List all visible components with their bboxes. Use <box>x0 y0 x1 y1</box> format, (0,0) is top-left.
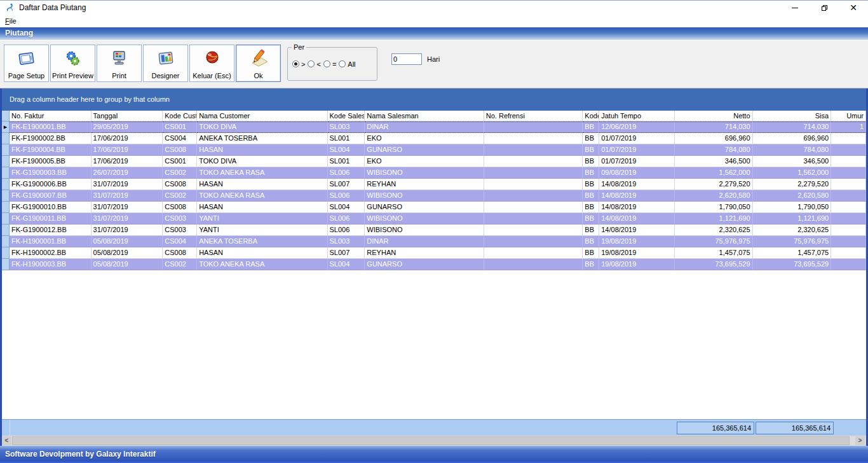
cell-nama_salesman[interactable]: WIBISONO <box>365 213 484 225</box>
cell-kode_customer[interactable]: CS001 <box>163 156 197 167</box>
cell-jatuh_tempo[interactable]: 19/08/2019 <box>599 247 675 259</box>
cell-tanggal[interactable]: 05/08/2019 <box>92 247 163 259</box>
cell-kode_sales[interactable]: SL007 <box>328 247 365 259</box>
cell-kode[interactable]: BB <box>583 259 599 270</box>
close-button[interactable]: ✕ <box>839 1 868 15</box>
cell-jatuh_tempo[interactable]: 09/08/2019 <box>599 167 675 179</box>
cell-umur[interactable] <box>831 259 866 270</box>
cell-netto[interactable]: 696,960 <box>675 133 753 144</box>
cell-faktur[interactable]: FK-E1900001.BB <box>10 121 92 133</box>
cell-no_refrensi[interactable] <box>484 259 583 270</box>
page-setup-button[interactable]: Page Setup <box>4 45 49 82</box>
cell-jatuh_tempo[interactable]: 01/07/2019 <box>599 144 675 156</box>
cell-jatuh_tempo[interactable]: 01/07/2019 <box>599 133 675 144</box>
cell-nama_customer[interactable]: YANTI <box>197 225 327 236</box>
column-header-faktur[interactable]: No. Faktur <box>10 111 92 121</box>
cell-netto[interactable]: 2,620,580 <box>675 190 753 202</box>
cell-nama_customer[interactable]: TOKO ANEKA RASA <box>197 259 327 270</box>
cell-jatuh_tempo[interactable]: 14/08/2019 <box>599 202 675 213</box>
cell-jatuh_tempo[interactable]: 01/07/2019 <box>599 156 675 167</box>
cell-kode[interactable]: BB <box>583 133 599 144</box>
cell-tanggal[interactable]: 31/07/2019 <box>92 190 163 202</box>
cell-kode_sales[interactable]: SL003 <box>328 121 365 133</box>
cell-netto[interactable]: 75,976,975 <box>675 236 753 247</box>
table-row[interactable]: FK-F1900005.BB17/06/2019CS001TOKO DIVASL… <box>2 156 866 167</box>
cell-nama_salesman[interactable]: WIBISONO <box>365 190 484 202</box>
minimize-button[interactable] <box>780 1 810 15</box>
designer-button[interactable]: Designer <box>143 45 188 82</box>
column-header-kode_customer[interactable]: Kode Custo <box>163 111 197 121</box>
cell-tanggal[interactable]: 31/07/2019 <box>92 225 163 236</box>
cell-kode[interactable]: BB <box>583 144 599 156</box>
cell-kode_sales[interactable]: SL004 <box>328 259 365 270</box>
cell-tanggal[interactable]: 17/06/2019 <box>92 156 163 167</box>
cell-sisa[interactable]: 346,500 <box>753 156 832 167</box>
cell-jatuh_tempo[interactable]: 12/06/2019 <box>599 121 675 133</box>
table-row[interactable]: FK-G1900003.BB26/07/2019CS002TOKO ANEKA … <box>2 167 866 179</box>
cell-nama_salesman[interactable]: DINAR <box>365 236 484 247</box>
radio-equals[interactable]: = <box>323 60 336 68</box>
cell-kode_customer[interactable]: CS002 <box>163 259 197 270</box>
cell-umur[interactable] <box>831 236 866 247</box>
cell-umur[interactable] <box>831 167 866 179</box>
column-header-sisa[interactable]: Sisa <box>753 111 832 121</box>
cell-faktur[interactable]: FK-G1900006.BB <box>10 179 92 190</box>
scroll-left-arrow[interactable]: < <box>2 436 11 445</box>
cell-netto[interactable]: 714,030 <box>675 121 753 133</box>
cell-umur[interactable] <box>831 247 866 259</box>
radio-greater-than[interactable]: > <box>292 60 305 68</box>
cell-kode_sales[interactable]: SL003 <box>328 236 365 247</box>
cell-no_refrensi[interactable] <box>484 236 583 247</box>
cell-umur[interactable]: 1 <box>831 121 866 133</box>
cell-netto[interactable]: 784,080 <box>675 144 753 156</box>
cell-nama_salesman[interactable]: GUNARSO <box>365 259 484 270</box>
cell-nama_customer[interactable]: HASAN <box>197 179 327 190</box>
cell-no_refrensi[interactable] <box>484 225 583 236</box>
table-row[interactable]: ▶FK-E1900001.BB29/05/2019CS001TOKO DIVAS… <box>2 121 866 133</box>
cell-sisa[interactable]: 1,790,050 <box>753 202 832 213</box>
cell-kode_customer[interactable]: CS008 <box>163 247 197 259</box>
cell-tanggal[interactable]: 31/07/2019 <box>92 202 163 213</box>
table-row[interactable]: FK-G1900006.BB31/07/2019CS008HASANSL007R… <box>2 179 866 190</box>
cell-tanggal[interactable]: 05/08/2019 <box>92 259 163 270</box>
radio-less-than[interactable]: < <box>308 60 320 68</box>
cell-umur[interactable] <box>831 202 866 213</box>
table-row[interactable]: FK-H1900001.BB05/08/2019CS004ANEKA TOSER… <box>2 236 866 247</box>
cell-kode_customer[interactable]: CS008 <box>163 179 197 190</box>
cell-netto[interactable]: 1,121,690 <box>675 213 753 225</box>
menu-file[interactable]: File <box>5 16 20 26</box>
cell-kode_customer[interactable]: CS001 <box>163 121 197 133</box>
cell-nama_customer[interactable]: TOKO ANEKA RASA <box>197 190 327 202</box>
cell-netto[interactable]: 2,279,520 <box>675 179 753 190</box>
cell-kode_customer[interactable]: CS004 <box>163 236 197 247</box>
cell-nama_salesman[interactable]: REYHAN <box>365 179 484 190</box>
cell-netto[interactable]: 346,500 <box>675 156 753 167</box>
cell-faktur[interactable]: FK-H1900001.BB <box>10 236 92 247</box>
cell-nama_salesman[interactable]: DINAR <box>365 121 484 133</box>
cell-kode_customer[interactable]: CS002 <box>163 190 197 202</box>
cell-tanggal[interactable]: 05/08/2019 <box>92 236 163 247</box>
cell-tanggal[interactable]: 26/07/2019 <box>92 167 163 179</box>
cell-no_refrensi[interactable] <box>484 213 583 225</box>
cell-sisa[interactable]: 73,695,529 <box>753 259 832 270</box>
cell-umur[interactable] <box>831 213 866 225</box>
table-row[interactable]: FK-H1900003.BB05/08/2019CS002TOKO ANEKA … <box>2 259 866 270</box>
group-by-drop-zone[interactable]: Drag a column header here to group by th… <box>2 88 866 111</box>
cell-sisa[interactable]: 714,030 <box>753 121 832 133</box>
cell-jatuh_tempo[interactable]: 19/08/2019 <box>599 259 675 270</box>
cell-nama_salesman[interactable]: WIBISONO <box>365 225 484 236</box>
exit-button[interactable]: Keluar (Esc) <box>189 45 234 82</box>
cell-kode[interactable]: BB <box>583 247 599 259</box>
cell-kode_customer[interactable]: CS003 <box>163 213 197 225</box>
cell-kode_sales[interactable]: SL004 <box>328 202 365 213</box>
column-header-tanggal[interactable]: Tanggal <box>92 111 163 121</box>
cell-sisa[interactable]: 2,279,520 <box>753 179 832 190</box>
cell-nama_customer[interactable]: HASAN <box>197 202 327 213</box>
column-header-no_refrensi[interactable]: No. Refrensi <box>484 111 583 121</box>
cell-kode[interactable]: BB <box>583 202 599 213</box>
restore-button[interactable] <box>810 1 839 15</box>
column-header-umur[interactable]: Umur <box>831 111 866 121</box>
cell-nama_customer[interactable]: TOKO DIVA <box>197 156 327 167</box>
cell-faktur[interactable]: FK-H1900002.BB <box>10 247 92 259</box>
cell-sisa[interactable]: 75,976,975 <box>753 236 832 247</box>
